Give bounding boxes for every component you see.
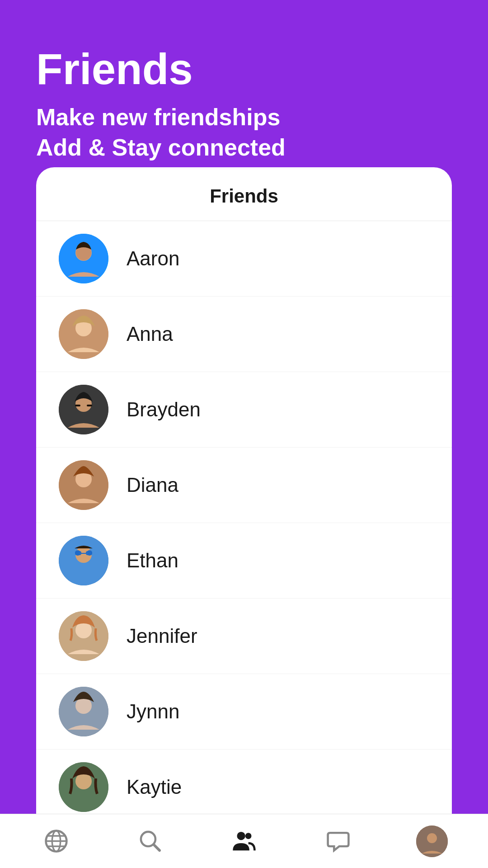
friends-list[interactable]: Aaron Anna	[36, 221, 452, 868]
friend-name: Kaytie	[127, 776, 182, 798]
svg-rect-8	[87, 405, 92, 406]
friend-name: Brayden	[127, 398, 201, 421]
svg-point-23	[75, 773, 92, 789]
friend-name: Diana	[127, 474, 178, 496]
search-icon	[138, 829, 163, 854]
svg-point-19	[75, 622, 92, 638]
avatar-image	[59, 687, 108, 736]
avatar-image	[59, 460, 108, 510]
avatar-image	[59, 536, 108, 585]
nav-search[interactable]	[127, 823, 173, 859]
list-item[interactable]: Ethan	[36, 523, 452, 599]
header-subtitle: Make new friendships Add & Stay connecte…	[36, 102, 452, 163]
avatar-image	[59, 611, 108, 661]
avatar	[59, 309, 108, 359]
header: Friends Make new friendships Add & Stay …	[0, 0, 488, 190]
chat-icon	[326, 829, 351, 854]
avatar-image	[59, 762, 108, 812]
svg-rect-7	[75, 405, 80, 406]
list-item[interactable]: Diana	[36, 448, 452, 523]
list-item[interactable]: Jynnn	[36, 674, 452, 750]
friend-name: Aaron	[127, 247, 179, 270]
list-item[interactable]: Brayden	[36, 372, 452, 448]
list-item[interactable]: Anna	[36, 297, 452, 372]
avatar	[59, 536, 108, 585]
friend-name: Ethan	[127, 549, 178, 572]
avatar-image	[59, 309, 108, 359]
avatar	[59, 762, 108, 812]
card-title: Friends	[36, 185, 452, 207]
friends-icon	[232, 829, 257, 854]
globe-icon	[44, 829, 69, 854]
avatar-image	[59, 385, 108, 434]
avatar	[59, 687, 108, 736]
friend-name: Anna	[127, 323, 173, 345]
avatar	[59, 460, 108, 510]
avatar-image	[59, 234, 108, 283]
svg-point-35	[237, 832, 245, 840]
avatar-image	[416, 826, 448, 857]
profile-avatar	[416, 826, 448, 857]
friends-card: Friends Aaron	[36, 167, 452, 868]
svg-rect-17	[81, 553, 86, 554]
svg-point-38	[427, 833, 437, 843]
bottom-nav	[0, 814, 488, 868]
nav-chat[interactable]	[315, 823, 361, 859]
list-item[interactable]: Jennifer	[36, 599, 452, 674]
list-item[interactable]: Aaron	[36, 221, 452, 297]
nav-friends[interactable]	[221, 823, 267, 859]
nav-profile[interactable]	[409, 823, 455, 859]
svg-point-36	[245, 833, 251, 839]
avatar	[59, 234, 108, 283]
friend-name: Jennifer	[127, 625, 197, 647]
card-header: Friends	[36, 167, 452, 221]
nav-discover[interactable]	[33, 823, 79, 859]
svg-point-21	[75, 698, 92, 714]
svg-line-34	[154, 845, 160, 851]
page-title: Friends	[36, 45, 452, 93]
avatar	[59, 385, 108, 434]
friend-name: Jynnn	[127, 700, 179, 723]
avatar	[59, 611, 108, 661]
